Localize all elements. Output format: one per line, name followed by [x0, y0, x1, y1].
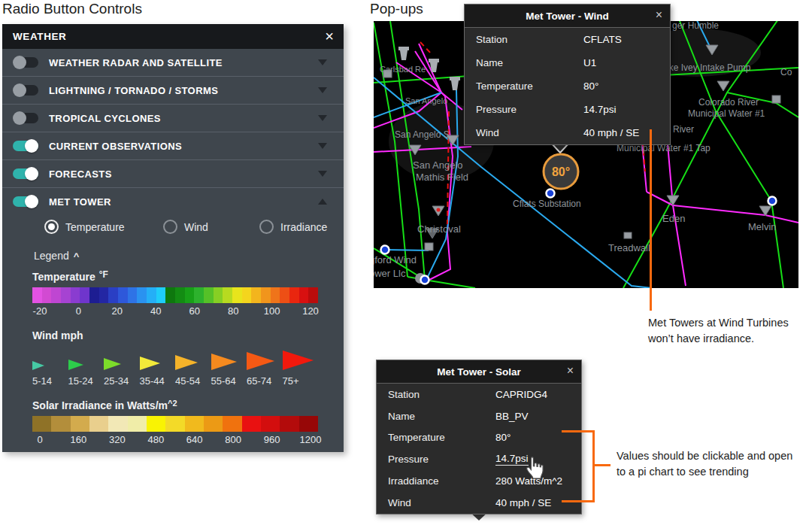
gradient-segment — [147, 287, 156, 303]
toggle-switch[interactable] — [13, 113, 38, 123]
popup-row: StationCAPRIDG4 — [377, 384, 581, 405]
gradient-segment — [280, 287, 289, 303]
close-icon[interactable]: × — [656, 7, 662, 23]
wind-legend-title: Wind mph — [32, 329, 318, 341]
section-label: TROPICAL CYCLONES — [49, 113, 161, 124]
gradient-segment — [42, 287, 52, 303]
radio-option-wind[interactable]: Wind — [163, 220, 208, 234]
wind-flag-icon — [247, 352, 274, 370]
toggle-switch[interactable] — [13, 57, 38, 68]
gradient-segment — [128, 416, 147, 432]
radio-icon[interactable] — [163, 220, 177, 234]
map-label: Treadwall — [608, 242, 650, 253]
row-value[interactable]: BB_PV — [495, 411, 529, 422]
gradient-segment — [32, 416, 51, 432]
temperature-badge-value[interactable]: 80° — [552, 165, 570, 178]
gradient-segment — [71, 416, 89, 432]
row-value[interactable]: 14.7psi — [583, 104, 617, 115]
toggle-switch[interactable] — [13, 141, 38, 151]
accordion-row[interactable]: LIGHTNING / TORNADO / STORMS — [2, 76, 344, 104]
page-title-right: Pop-ups — [370, 1, 423, 17]
map-label: Christoval — [417, 223, 461, 235]
accordion-row[interactable]: CURRENT OBSERVATIONS — [2, 132, 344, 159]
wind-flag-item: 65-74 — [247, 347, 283, 387]
irradiance-gradient-bar — [32, 416, 318, 432]
popup-row: Wind40 mph / SE — [465, 121, 670, 144]
temperature-badge[interactable]: 80° — [544, 154, 578, 189]
row-value[interactable]: 40 mph / SE — [583, 127, 639, 138]
section-label: WEATHER RADAR AND SATELLITE — [49, 57, 223, 68]
tick-label: 480 — [147, 434, 164, 445]
page-title-left: Radio Button Controls — [2, 1, 142, 17]
toggle-knob — [25, 139, 38, 153]
popup-row: Wind40 mph / SE — [377, 492, 581, 514]
popup-body: StationCAPRIDG4NameBB_PVTemperature80°Pr… — [377, 384, 581, 514]
chevron-down-icon[interactable] — [318, 87, 327, 93]
wind-flag-item: 75+ — [283, 347, 319, 387]
tick-label: 0 — [76, 305, 81, 317]
temperature-gradient-bar — [32, 287, 318, 303]
row-label: Wind — [476, 127, 583, 138]
popup-header[interactable]: Met Tower - Wind × — [465, 5, 670, 28]
chevron-down-icon[interactable] — [318, 115, 327, 121]
substation-dot — [547, 190, 555, 198]
section-label: MET TOWER — [49, 196, 111, 208]
wind-flag-item: 35-44 — [140, 347, 176, 387]
wind-flag-icon — [104, 358, 121, 370]
callout-bracket-bottom — [562, 500, 595, 502]
accordion-row[interactable]: WEATHER RADAR AND SATELLITE — [2, 49, 344, 76]
irradiance-ticks: 01603204806408009601200 — [40, 434, 311, 448]
gradient-segment — [89, 416, 108, 432]
tick-label: 1200 — [300, 434, 322, 445]
tick-label: 320 — [109, 434, 126, 445]
row-value[interactable]: CAPRIDG4 — [495, 389, 547, 400]
popup-row: Temperature80° — [465, 74, 670, 98]
radio-option-irradiance[interactable]: Irradiance — [259, 220, 327, 234]
map-label: ger Humble — [672, 21, 719, 31]
row-value[interactable]: 80° — [583, 80, 598, 92]
wind-flag-row: 5-1415-2425-3435-4445-5455-6465-7475+ — [32, 347, 318, 387]
row-value[interactable]: 80° — [495, 432, 511, 443]
wind-flag-item: 55-64 — [211, 347, 247, 387]
irradiance-legend-title: Solar Irradiance in Watts/m^2 — [32, 399, 318, 411]
radio-icon[interactable] — [44, 220, 59, 234]
toggle-switch[interactable] — [13, 85, 38, 96]
legend-toggle[interactable]: Legend^ — [34, 250, 344, 262]
gradient-segment — [89, 287, 99, 303]
close-icon[interactable]: × — [567, 363, 574, 379]
row-value[interactable]: 40 mph / SE — [495, 497, 551, 508]
accordion-row[interactable]: MET TOWER — [2, 187, 344, 215]
row-value[interactable]: CFLATS — [583, 34, 622, 45]
popup-row: StationCFLATS — [465, 28, 670, 51]
toggle-switch[interactable] — [13, 168, 38, 179]
chevron-down-icon[interactable] — [318, 59, 327, 65]
wind-flag-icon — [140, 357, 160, 370]
irradiance-legend-sup: ^2 — [168, 399, 177, 408]
accordion-row[interactable]: FORECASTS — [2, 159, 344, 187]
radio-label: Irradiance — [280, 221, 327, 233]
rect-shape — [450, 77, 460, 80]
radio-label: Wind — [184, 221, 208, 233]
section-label: LIGHTNING / TORNADO / STORMS — [49, 85, 218, 96]
row-value[interactable]: 14.7psi — [495, 453, 529, 466]
gradient-segment — [51, 287, 61, 303]
accordion-row[interactable]: TROPICAL CYCLONES — [2, 104, 344, 132]
radio-option-temperature[interactable]: Temperature — [44, 220, 125, 234]
radio-dot — [48, 223, 55, 230]
popup-header[interactable]: Met Tower - Solar × — [377, 360, 581, 384]
annotation-solar-note: Values should be clickable and open to a… — [617, 448, 795, 480]
gradient-segment — [61, 287, 71, 303]
toggle-switch[interactable] — [13, 196, 38, 207]
map-label: Cflats Substation — [513, 199, 581, 209]
gradient-segment — [71, 287, 80, 303]
wind-flag-icon — [32, 361, 44, 370]
chevron-down-icon[interactable] — [318, 143, 327, 149]
chevron-up-icon[interactable] — [318, 199, 327, 205]
wind-flag-range: 25-34 — [104, 375, 129, 387]
tick-label: 120 — [302, 305, 319, 317]
row-value[interactable]: U1 — [583, 57, 596, 68]
row-label: Station — [388, 389, 495, 400]
close-icon[interactable]: × — [325, 27, 334, 45]
chevron-down-icon[interactable] — [318, 171, 327, 177]
radio-icon[interactable] — [259, 220, 274, 234]
